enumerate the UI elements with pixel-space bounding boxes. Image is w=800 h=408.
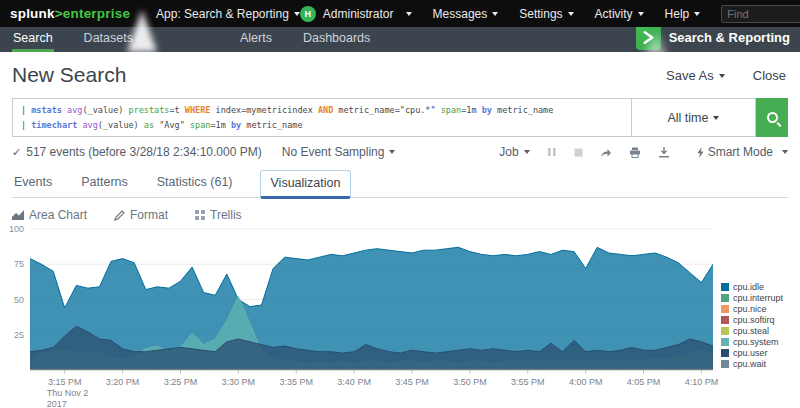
legend-label: cpu.softirq [733, 315, 775, 325]
nav-tab-datasets[interactable]: Datasets [83, 27, 134, 52]
y-axis-label: 75 [14, 259, 24, 269]
find-search-box[interactable] [721, 5, 800, 23]
chart-plot: 2550751003:15 PMThu Nov 220173:20 PM3:25… [0, 225, 724, 408]
user-menu[interactable]: H Administrator [300, 6, 412, 22]
page-title: New Search [12, 63, 126, 87]
legend-swatch [721, 283, 729, 291]
settings-menu[interactable]: Settings [519, 7, 573, 21]
caret-down-icon [694, 12, 700, 16]
help-label: Help [665, 7, 690, 21]
event-sampling-label: No Event Sampling [282, 145, 385, 159]
trellis-grid-icon [195, 210, 205, 220]
print-button[interactable] [629, 147, 641, 158]
time-range-label: All time [668, 111, 709, 125]
search-button[interactable] [756, 98, 788, 137]
legend-item-cpu.idle[interactable]: cpu.idle [721, 282, 783, 292]
messages-menu[interactable]: Messages [433, 7, 499, 21]
stop-button[interactable] [574, 148, 583, 157]
results-tabs: Events Patterns Statistics (61) Visualiz… [12, 169, 788, 198]
help-menu[interactable]: Help [665, 7, 701, 21]
chart-type-picker[interactable]: Area Chart [12, 208, 87, 222]
pencil-icon [114, 210, 125, 221]
legend-swatch [721, 360, 729, 368]
legend-label: cpu.user [733, 348, 768, 358]
legend-swatch [721, 316, 729, 324]
logo-gt-icon: > [55, 6, 63, 21]
logo-enterprise: enterprise [63, 6, 130, 21]
trellis-button[interactable]: Trellis [195, 208, 242, 222]
y-axis-label: 25 [14, 330, 24, 340]
nav-tab-search[interactable]: Search [12, 27, 54, 52]
tab-statistics[interactable]: Statistics (61) [155, 169, 235, 197]
legend-item-cpu.system[interactable]: cpu.system [721, 337, 783, 347]
caret-down-icon [719, 74, 725, 78]
legend-label: cpu.wait [733, 359, 766, 369]
legend-swatch [721, 305, 729, 313]
legend-item-cpu.steal[interactable]: cpu.steal [721, 326, 783, 336]
nav-tab-alerts[interactable]: Alerts [239, 27, 273, 52]
x-axis-label: 3:45 PM [395, 377, 429, 387]
x-axis-label: 3:30 PM [222, 377, 256, 387]
search-mode-label: Smart Mode [708, 145, 773, 159]
time-range-picker[interactable]: All time [631, 98, 756, 137]
messages-label: Messages [433, 7, 488, 21]
app-menu-label: App: Search & Reporting [156, 7, 289, 21]
avatar: H [300, 6, 316, 22]
x-axis-label: 3:55 PM [511, 377, 545, 387]
event-sampling-menu[interactable]: No Event Sampling [282, 145, 396, 159]
top-bar: splunk>enterprise App: Search & Reportin… [0, 0, 800, 27]
legend-label: cpu.system [733, 337, 779, 347]
close-button[interactable]: Close [753, 68, 786, 83]
legend-item-cpu.user[interactable]: cpu.user [721, 348, 783, 358]
caret-down-icon [568, 12, 574, 16]
format-button[interactable]: Format [114, 208, 168, 222]
x-axis-label: 4:10 PM [685, 377, 719, 387]
legend-swatch [721, 327, 729, 335]
splunk-logo[interactable]: splunk>enterprise [10, 6, 130, 21]
nav-tab-dashboards[interactable]: Dashboards [302, 27, 371, 52]
chart-type-label: Area Chart [29, 208, 87, 222]
caret-down-icon [782, 150, 788, 154]
query-line: | timechart avg(_value) as "Avg" span=1m… [21, 118, 623, 133]
legend-label: cpu.steal [733, 326, 769, 336]
activity-menu[interactable]: Activity [595, 7, 644, 21]
x-axis-label: 3:15 PM [48, 377, 82, 387]
tab-events[interactable]: Events [12, 169, 54, 197]
x-axis-label: 3:25 PM [164, 377, 198, 387]
x-axis-label: 3:35 PM [279, 377, 313, 387]
x-axis-sublabel: 2017 [47, 399, 67, 408]
checkmark-icon: ✓ [12, 146, 21, 159]
app-nav-bar: Search Datasets Alerts Dashboards Search… [0, 27, 800, 52]
legend-item-cpu.interrupt[interactable]: cpu.interrupt [721, 293, 783, 303]
logo-splunk: splunk [10, 6, 55, 21]
trellis-label: Trellis [210, 208, 242, 222]
export-button[interactable] [658, 147, 670, 158]
legend-swatch [721, 349, 729, 357]
caret-down-icon [492, 12, 498, 16]
area-chart: 2550751003:15 PMThu Nov 220173:20 PM3:25… [0, 225, 788, 408]
search-query-input[interactable]: | mstats avg(_value) prestats=t WHERE in… [12, 98, 632, 137]
pause-button[interactable] [547, 147, 557, 157]
tab-patterns[interactable]: Patterns [79, 169, 130, 197]
tab-visualization[interactable]: Visualization [260, 170, 352, 199]
legend-label: cpu.nice [733, 304, 767, 314]
share-button[interactable] [600, 147, 612, 158]
legend-item-cpu.nice[interactable]: cpu.nice [721, 304, 783, 314]
search-mode-menu[interactable]: Smart Mode [697, 145, 788, 159]
current-app[interactable]: Search & Reporting [636, 25, 790, 50]
x-axis-label: 3:20 PM [106, 377, 140, 387]
events-count-text: 517 events (before 3/28/18 2:34:10.000 P… [26, 145, 262, 159]
caret-down-icon [713, 116, 719, 120]
legend-label: cpu.interrupt [733, 293, 783, 303]
save-as-button[interactable]: Save As [666, 68, 725, 83]
app-menu[interactable]: App: Search & Reporting [156, 7, 300, 21]
caret-down-icon [406, 12, 412, 16]
x-axis-label: 3:40 PM [337, 377, 371, 387]
format-label: Format [130, 208, 168, 222]
find-input[interactable] [727, 8, 800, 20]
legend-item-cpu.softirq[interactable]: cpu.softirq [721, 315, 783, 325]
caret-down-icon [638, 12, 644, 16]
legend-item-cpu.wait[interactable]: cpu.wait [721, 359, 783, 369]
job-menu[interactable]: Job [499, 145, 529, 159]
user-menu-label: Administrator [323, 7, 394, 21]
